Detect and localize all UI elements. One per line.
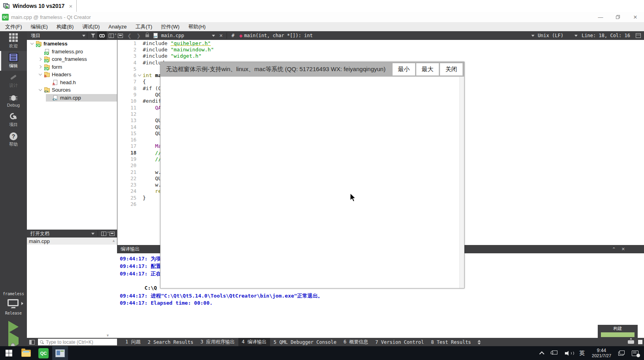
frameless-window-titlebar[interactable]: 无边框窗体示例-支持win、linux、mac等系统 (QQ: 51721649… (161, 62, 464, 77)
line-number[interactable]: 13 (117, 117, 136, 123)
tree-item-row[interactable]: Qtcore_frameless (38, 55, 117, 63)
output-pane-tab[interactable]: 6 概要信息 (340, 338, 372, 346)
file-explorer-icon[interactable] (17, 346, 35, 360)
sidebar-mode-编辑[interactable]: 编辑 (0, 51, 27, 71)
line-number[interactable]: 12 (117, 111, 136, 117)
close-button[interactable]: ✕ (627, 12, 644, 22)
vm-tab[interactable]: Windows 10 vs2017 × (0, 0, 77, 12)
tree-expand-arrow[interactable] (38, 66, 43, 68)
tree-item[interactable]: Qtcore_frameless (27, 55, 117, 63)
tree-item-row[interactable]: Qtframeless (29, 40, 117, 48)
kit-build-config[interactable]: Release (5, 311, 22, 315)
chevron-down-icon[interactable] (574, 35, 578, 37)
tree-item[interactable]: C+main.cpp (27, 94, 117, 102)
tree-item-row[interactable]: C+main.cpp (46, 94, 117, 102)
close-panel-icon[interactable] (116, 31, 125, 40)
close-file-icon[interactable]: ✕ (217, 31, 225, 40)
fold-marker[interactable] (136, 75, 143, 76)
chevron-down-icon[interactable] (91, 233, 94, 235)
menu-item[interactable]: Analyze (104, 22, 131, 31)
project-pane-combo[interactable]: 项目 (27, 31, 85, 40)
line-number[interactable]: 2 (117, 47, 136, 53)
chevron-down-icon[interactable] (82, 35, 85, 37)
line-number[interactable]: 9 (117, 92, 136, 98)
output-pane-maximize-icon[interactable] (628, 340, 634, 344)
sidebar-mode-项目[interactable]: 项目 (0, 110, 27, 130)
output-pane-tab[interactable]: 7 Version Control (372, 338, 427, 346)
network-icon[interactable] (547, 346, 561, 360)
toggle-sidebar-icon[interactable] (29, 340, 35, 345)
hash-symbol[interactable]: # (232, 33, 234, 38)
menu-item[interactable]: 构建(B) (52, 22, 78, 31)
tree-expand-arrow[interactable] (29, 43, 34, 44)
menu-item[interactable]: 工具(T) (131, 22, 157, 31)
menu-item[interactable]: 控件(W) (157, 22, 184, 31)
scroll-up-icon[interactable]: ▲ (112, 239, 115, 243)
filter-icon[interactable] (89, 31, 97, 40)
close-panel-icon[interactable] (110, 232, 115, 236)
tree-item[interactable]: C+Sources (27, 86, 117, 94)
forward-icon[interactable]: ❯ (134, 33, 143, 39)
line-number[interactable]: 7 (117, 79, 136, 85)
line-number[interactable]: 25 (117, 195, 136, 201)
tree-item-row[interactable]: Qtform (38, 63, 117, 71)
action-center-icon[interactable] (628, 346, 644, 360)
frameless-window-scrollbar[interactable] (459, 77, 464, 288)
split-panel-icon[interactable] (107, 31, 116, 40)
line-number[interactable]: 10 (117, 98, 136, 104)
minimize-window-button[interactable]: 最小 (393, 63, 415, 75)
output-pane-tab[interactable]: 4 编译输出 (238, 338, 270, 346)
split-editor-icon[interactable] (636, 33, 641, 38)
open-document-item[interactable]: main.cpp (27, 237, 117, 245)
back-icon[interactable]: ❮ (125, 33, 134, 39)
tree-item[interactable]: hhead.h (27, 79, 117, 87)
line-number[interactable]: 6 (117, 72, 136, 78)
line-number[interactable]: 3 (117, 53, 136, 59)
sidebar-mode-帮助[interactable]: ?帮助 (0, 130, 27, 150)
line-number[interactable]: 1 (117, 40, 136, 46)
tree-item-row[interactable]: C+Sources (38, 86, 117, 94)
output-pane-tab[interactable]: 2 Search Results (144, 338, 197, 346)
sidebar-mode-欢迎[interactable]: 欢迎 (0, 31, 27, 51)
line-number[interactable]: 20 (117, 162, 136, 168)
ime-indicator[interactable]: 英 (576, 346, 588, 360)
tree-item[interactable]: Qtframeless.pro (27, 48, 117, 56)
running-app-icon[interactable] (52, 346, 68, 360)
open-file-tab[interactable]: main.cpp (161, 33, 184, 38)
project-tree-panel[interactable]: QtframelessQtframeless.proQtcore_framele… (27, 40, 117, 230)
line-number[interactable]: 18 (117, 150, 136, 156)
scroll-down-icon[interactable]: ▼ (106, 334, 110, 337)
menu-item[interactable]: 编辑(E) (26, 22, 52, 31)
close-window-button[interactable]: 关闭 (440, 63, 463, 75)
vm-tab-close-icon[interactable]: × (69, 3, 72, 9)
line-number[interactable]: 8 (117, 85, 136, 91)
tree-expand-arrow[interactable] (38, 89, 43, 90)
output-pane-tab[interactable]: 5 QML Debugger Console (270, 338, 340, 346)
line-number[interactable]: 26 (117, 201, 136, 207)
tree-item-row[interactable]: Qtframeless.pro (38, 48, 117, 56)
line-number[interactable]: 19 (117, 156, 136, 162)
minimize-button[interactable]: — (592, 12, 609, 22)
line-ending-select[interactable]: Unix (LF) (538, 33, 563, 38)
current-symbol[interactable]: main(int, char *[]): int (244, 33, 313, 38)
link-with-editor-icon[interactable] (97, 31, 107, 40)
split-panel-icon[interactable] (101, 232, 106, 236)
output-pane-tab[interactable]: 8 Test Results (427, 338, 474, 346)
tree-item[interactable]: Qtframeless (27, 40, 117, 48)
tree-item-row[interactable]: hHeaders (38, 71, 117, 79)
chevron-down-icon[interactable] (531, 35, 534, 37)
menu-item[interactable]: 文件(F) (1, 22, 26, 31)
line-number[interactable]: 17 (117, 143, 136, 149)
line-number[interactable]: 4 (117, 60, 136, 66)
kit-selector-icon[interactable] (7, 299, 20, 309)
tree-item[interactable]: hHeaders (27, 71, 117, 79)
taskbar-clock[interactable]: 9:44 2021/7/27 (588, 346, 615, 360)
tree-item[interactable]: Qtform (27, 63, 117, 71)
line-number[interactable]: 21 (117, 169, 136, 175)
line-number[interactable]: 5 (117, 66, 136, 72)
tree-expand-arrow[interactable] (38, 74, 43, 75)
output-pane-tab[interactable]: 3 应用程序输出 (197, 338, 238, 346)
run-button[interactable] (8, 321, 19, 333)
line-number[interactable]: 23 (117, 182, 136, 188)
line-number[interactable]: 15 (117, 130, 136, 136)
